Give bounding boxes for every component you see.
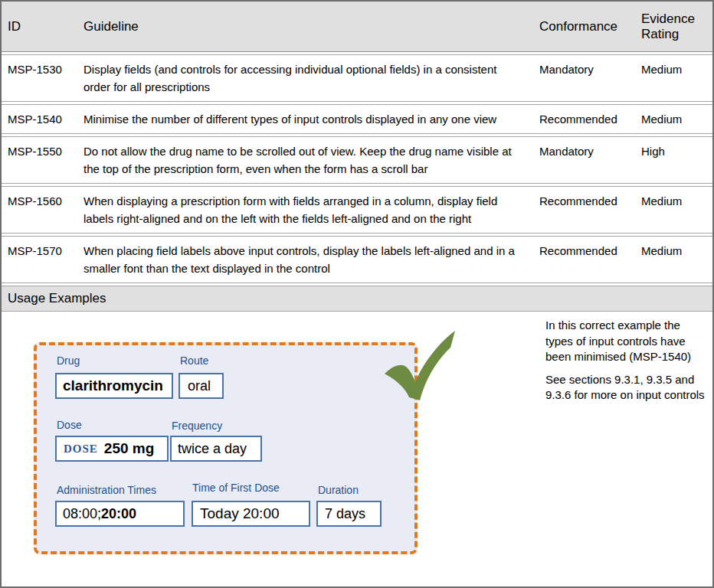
checkmark-icon	[380, 328, 460, 406]
cell-id: MSP-1530	[2, 60, 84, 96]
cell-id: MSP-1540	[2, 110, 84, 128]
cell-id: MSP-1550	[2, 142, 84, 178]
cell-guideline: Display fields (and controls for accessi…	[84, 60, 539, 96]
cell-conformance: Mandatory	[539, 60, 641, 96]
cell-id: MSP-1560	[2, 192, 84, 227]
table-row: MSP-1530 Display fields (and controls fo…	[2, 54, 712, 102]
cell-guideline: When displaying a prescription form with…	[84, 192, 539, 227]
administration-times-field: 08:00; 20:00	[55, 501, 185, 527]
cell-guideline: Do not allow the drug name to be scrolle…	[84, 142, 539, 178]
cell-conformance: Recommended	[539, 192, 641, 227]
cell-conformance: Recommended	[539, 242, 641, 277]
table-row: MSP-1560 When displaying a prescription …	[2, 186, 712, 234]
usage-examples-section-header: Usage Examples	[2, 286, 712, 312]
cell-evidence: Medium	[641, 110, 712, 128]
cell-evidence: Medium	[641, 242, 712, 277]
table-row: MSP-1540 Minimise the number of differen…	[2, 104, 712, 134]
administration-times-field-label: Administration Times	[57, 484, 156, 496]
annotation-paragraph-1: In this correct example the types of inp…	[545, 318, 714, 365]
column-header-id: ID	[2, 19, 84, 34]
cell-conformance: Recommended	[539, 110, 641, 128]
cell-conformance: Mandatory	[539, 142, 641, 178]
admin-times-bold-text: 20:00	[101, 506, 136, 522]
dose-prefix-text: DOSE	[64, 443, 98, 456]
frequency-field: twice a day	[170, 436, 262, 462]
column-header-conformance: Conformance	[539, 19, 641, 34]
document-page: ID Guideline Conformance Evidence Rating…	[0, 0, 714, 588]
example-annotation: In this correct example the types of inp…	[545, 318, 714, 410]
table-row: MSP-1570 When placing field labels above…	[2, 236, 712, 283]
cell-id: MSP-1570	[2, 242, 84, 277]
duration-field-label: Duration	[318, 484, 359, 496]
table-header-row: ID Guideline Conformance Evidence Rating	[2, 2, 712, 52]
duration-field: 7 days	[316, 501, 382, 527]
cell-evidence: High	[641, 142, 712, 178]
drug-field-label: Drug	[57, 354, 80, 367]
dose-field-label: Dose	[57, 419, 82, 431]
cell-guideline: Minimise the number of different types o…	[84, 110, 539, 128]
time-of-first-dose-field: Today 20:00	[192, 501, 310, 527]
dose-field: DOSE 250 mg	[55, 436, 169, 462]
column-header-evidence-rating: Evidence Rating	[641, 11, 712, 42]
route-field-label: Route	[180, 354, 208, 367]
drug-field: clarithromycin	[55, 373, 173, 399]
table-row: MSP-1550 Do not allow the drug name to b…	[2, 136, 712, 184]
admin-times-regular-text: 08:00;	[63, 506, 101, 522]
time-of-first-dose-field-label: Time of First Dose	[192, 482, 280, 494]
column-header-guideline: Guideline	[84, 19, 539, 34]
annotation-paragraph-2: See sections 9.3.1, 9.3.5 and 9.3.6 for …	[545, 372, 714, 403]
dose-value-text: 250 mg	[104, 440, 154, 457]
cell-evidence: Medium	[641, 60, 712, 96]
example-prescription-form: Drug clarithromycin Route oral Dose DOSE…	[34, 342, 418, 554]
route-field: oral	[178, 373, 224, 399]
cell-guideline: When placing field labels above input co…	[84, 242, 539, 277]
cell-evidence: Medium	[641, 192, 712, 227]
frequency-field-label: Frequency	[172, 420, 222, 432]
